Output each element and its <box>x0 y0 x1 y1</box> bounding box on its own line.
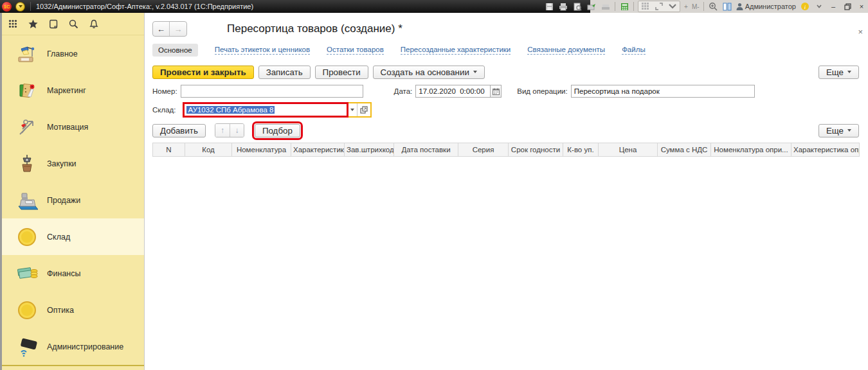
more-button-table[interactable]: Еще <box>818 124 859 137</box>
column-header-kod[interactable]: Код <box>185 143 232 157</box>
warehouse-selected-text: АУ1032 СПб Абрамова 8 <box>186 106 275 114</box>
warehouse-input[interactable]: АУ1032 СПб Абрамова 8 <box>184 103 347 116</box>
sidebar-item-marketing[interactable]: Маркетинг <box>2 72 144 109</box>
more-button-top[interactable]: Еще <box>818 66 859 79</box>
warehouse-field-group: АУ1032 СПб Абрамова 8 <box>183 102 372 118</box>
warehouse-open-link-icon[interactable] <box>357 103 370 116</box>
calendar-icon[interactable] <box>490 85 502 98</box>
sidebar-item-finansy[interactable]: Финансы <box>2 255 144 292</box>
column-header-srok-godnosti[interactable]: Срок годности <box>509 143 563 157</box>
runner-arrow-icon <box>16 116 38 138</box>
chevron-down-icon[interactable] <box>667 1 678 12</box>
print-icon[interactable] <box>558 1 568 12</box>
document-header: ← → Пересортица товаров (создание) * <box>152 21 859 37</box>
sidebar-item-optika[interactable]: Оптика <box>2 292 144 328</box>
sidebar-item-prodazhi[interactable]: Продажи <box>2 182 144 218</box>
split-columns-icon[interactable] <box>722 1 732 12</box>
magnifier-plus-icon[interactable] <box>708 1 718 12</box>
info-icon[interactable]: i <box>800 1 810 12</box>
restore-button[interactable] <box>842 1 853 12</box>
sidebar-item-label: Закупки <box>47 159 77 168</box>
coin-icon <box>16 226 38 248</box>
application-window: 1С 1032/Администратор/Софт-Аптека:, v.2.… <box>0 0 868 370</box>
date-input[interactable] <box>415 85 490 98</box>
calculator-icon[interactable] <box>619 1 629 12</box>
add-row-button[interactable]: Добавить <box>152 124 206 137</box>
document-tabs: Основное Печать этикеток и ценников Оста… <box>152 42 859 58</box>
tab-ostatki-tovarov[interactable]: Остатки товаров <box>327 46 384 55</box>
column-header-data-postavki[interactable]: Дата поставки <box>394 143 458 157</box>
zoom-plus-label[interactable]: + <box>684 3 688 10</box>
send-icon[interactable] <box>586 1 597 12</box>
main-menu-button[interactable] <box>15 2 25 12</box>
caret-down-icon <box>847 129 851 132</box>
column-header-nomenklatura-opr[interactable]: Номенклатура опри... <box>711 143 791 157</box>
grid-panel-icon[interactable] <box>640 1 651 12</box>
column-header-cena[interactable]: Цена <box>599 143 658 157</box>
column-header-n[interactable]: N <box>153 143 185 157</box>
phone-wifi-icon <box>16 336 38 358</box>
sidebar-bottom-divider <box>2 365 144 366</box>
tab-svyazannye-dokumenty[interactable]: Связанные документы <box>527 46 605 55</box>
back-button[interactable]: ← <box>153 22 170 36</box>
minimize-button[interactable]: – <box>828 1 838 12</box>
operation-type-input[interactable] <box>571 85 755 98</box>
fax-icon[interactable] <box>601 1 611 12</box>
sidebar-tool-icons <box>2 13 144 35</box>
table-header-row: N Код Номенклатура Характеристика Зав.шт… <box>153 143 860 157</box>
sidebar-item-zakupki[interactable]: Закупки <box>2 145 144 182</box>
move-up-button[interactable]: ↑ <box>215 124 230 137</box>
favorites-star-icon[interactable] <box>28 19 38 29</box>
warehouse-label: Склад: <box>152 106 176 114</box>
titlebar-left: 1С 1032/Администратор/Софт-Аптека:, v.2.… <box>0 0 590 13</box>
warehouse-dropdown-button[interactable] <box>347 103 357 116</box>
column-header-kvo-up[interactable]: К-во уп. <box>563 143 599 157</box>
items-table: N Код Номенклатура Характеристика Зав.шт… <box>152 143 860 157</box>
tab-faily[interactable]: Файлы <box>622 46 646 55</box>
close-window-button[interactable]: × <box>856 1 867 12</box>
create-on-basis-button[interactable]: Создать на основании <box>373 66 485 79</box>
post-and-close-button[interactable]: Провести и закрыть <box>152 66 254 79</box>
number-input[interactable] <box>181 85 363 98</box>
tab-peresozdannye-harakteristiki[interactable]: Пересозданные характеристики <box>401 46 511 55</box>
current-user[interactable]: Администратор <box>736 3 796 10</box>
notifications-bell-icon[interactable] <box>89 19 98 29</box>
write-button[interactable]: Записать <box>258 66 311 79</box>
sidebar-item-motivaciya[interactable]: Мотивация <box>2 109 144 145</box>
move-down-button[interactable]: ↓ <box>230 124 244 137</box>
sidebar-item-label: Финансы <box>47 269 80 278</box>
zoom-minus-label[interactable]: M- <box>692 3 700 10</box>
column-header-harakteristika[interactable]: Характеристика <box>291 143 345 157</box>
column-header-summa-nds[interactable]: Сумма с НДС <box>658 143 711 157</box>
pick-button[interactable]: Подбор <box>255 124 300 137</box>
sidebar: Главное Маркетинг Мотивация Закупки Прод… <box>0 13 145 370</box>
forward-button[interactable]: → <box>170 22 186 36</box>
sidebar-sections: Главное Маркетинг Мотивация Закупки Прод… <box>2 35 144 365</box>
info-caret-icon[interactable] <box>814 1 824 12</box>
sidebar-item-label: Оптика <box>47 306 74 315</box>
warehouse-row: Склад: АУ1032 СПб Абрамова 8 <box>152 102 859 118</box>
header-fields-row: Номер: Дата: Вид операции: <box>152 84 859 98</box>
command-bar: Провести и закрыть Записать Провести Соз… <box>152 64 859 80</box>
column-header-nomenklatura[interactable]: Номенклатура <box>232 143 291 157</box>
tab-pechat-etiketok[interactable]: Печать этикеток и ценников <box>215 46 310 55</box>
hanging-scale-icon <box>16 153 38 175</box>
sidebar-item-sklad[interactable]: Склад <box>2 218 144 255</box>
titlebar-right: + M- Администратор i – × <box>544 0 867 13</box>
save-icon[interactable] <box>544 1 554 12</box>
sidebar-item-administrirovanie[interactable]: Администрирование <box>2 328 144 365</box>
column-header-seriya[interactable]: Серия <box>458 143 509 157</box>
history-scroll-icon[interactable] <box>49 19 58 29</box>
caret-down-icon <box>350 109 354 111</box>
search-icon[interactable] <box>69 19 78 29</box>
tab-osnovnoe[interactable]: Основное <box>152 44 198 57</box>
print-preview-icon[interactable] <box>572 1 583 12</box>
post-button[interactable]: Провести <box>315 66 368 79</box>
fullscreen-icon[interactable] <box>654 1 664 12</box>
column-header-zav-shtrihkod[interactable]: Зав.штрихкод <box>345 143 394 157</box>
sidebar-item-label: Мотивация <box>47 123 88 132</box>
menu-grid-icon[interactable] <box>8 19 17 28</box>
sidebar-item-glavnoe[interactable]: Главное <box>2 35 144 72</box>
column-header-harakteristika-opr[interactable]: Характеристика опр... <box>791 143 860 157</box>
document-close-icon[interactable]: × <box>858 27 863 37</box>
